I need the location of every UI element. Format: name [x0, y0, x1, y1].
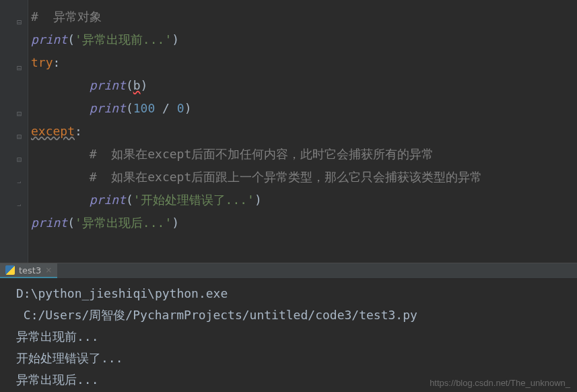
- watermark: https://blog.csdn.net/The_unknown_: [430, 378, 570, 388]
- console-line: C:/Users/周智俊/PycharmProjects/untitled/co…: [16, 304, 577, 326]
- close-icon[interactable]: ×: [45, 265, 52, 275]
- fold-minus-icon[interactable]: [17, 151, 24, 158]
- gutter: [0, 0, 28, 263]
- gutter-row: [0, 28, 28, 51]
- run-panel: test3 × D:\python_jieshiqi\python.exe C:…: [0, 263, 577, 392]
- gutter-row: [0, 97, 28, 120]
- fold-minus-icon[interactable]: [17, 128, 24, 135]
- console-line: 开始处理错误了...: [16, 348, 577, 369]
- code-line[interactable]: # 如果在except后面跟上一个异常类型，那么它只会捕获该类型的异常: [31, 166, 577, 189]
- console-line: 异常出现前...: [16, 326, 577, 348]
- fold-minus-icon[interactable]: [17, 59, 24, 66]
- code-line[interactable]: # 如果在except后面不加任何内容，此时它会捕获所有的异常: [31, 143, 577, 166]
- fold-minus-icon[interactable]: [17, 105, 24, 112]
- gutter-row: [0, 51, 28, 74]
- gutter-row: [0, 5, 28, 28]
- tab-bar: test3 ×: [0, 263, 577, 279]
- gutter-row: [0, 189, 28, 211]
- code-line[interactable]: print(b): [31, 74, 577, 97]
- tab-test3[interactable]: test3 ×: [0, 263, 57, 278]
- code-line[interactable]: # 异常对象: [31, 5, 577, 28]
- gutter-row: [0, 211, 28, 234]
- gutter-row: [0, 143, 28, 166]
- tab-label: test3: [19, 265, 41, 275]
- code-area[interactable]: # 异常对象print('异常出现前...')try: print(b) pri…: [28, 0, 577, 263]
- console-line: D:\python_jieshiqi\python.exe: [16, 283, 577, 304]
- code-line[interactable]: print('异常出现前...'): [31, 28, 577, 51]
- fold-minus-icon[interactable]: [17, 13, 24, 20]
- code-line[interactable]: except:: [31, 120, 577, 143]
- gutter-row: [0, 120, 28, 143]
- code-line[interactable]: print('开始处理错误了...'): [31, 189, 577, 211]
- code-line[interactable]: try:: [31, 51, 577, 74]
- code-line[interactable]: print('异常出现后...'): [31, 211, 577, 234]
- fold-end-icon[interactable]: [17, 174, 24, 181]
- code-line[interactable]: print(100 / 0): [31, 97, 577, 120]
- gutter-row: [0, 166, 28, 189]
- python-icon: [5, 265, 15, 275]
- fold-end-icon[interactable]: [17, 197, 24, 203]
- console-output[interactable]: D:\python_jieshiqi\python.exe C:/Users/周…: [0, 279, 577, 391]
- gutter-row: [0, 74, 28, 97]
- code-editor: # 异常对象print('异常出现前...')try: print(b) pri…: [0, 0, 577, 263]
